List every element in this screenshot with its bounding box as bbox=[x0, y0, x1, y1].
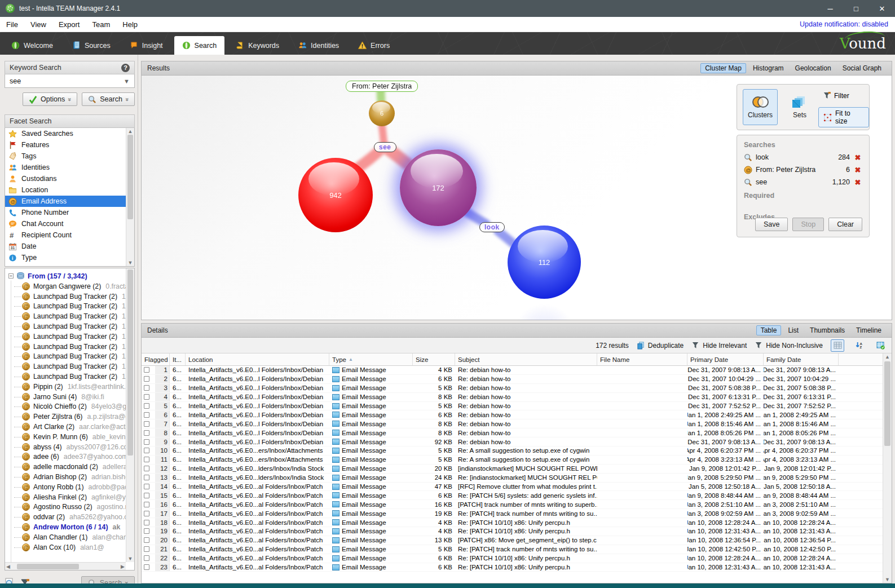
tab-search[interactable]: Search bbox=[174, 36, 225, 55]
table-scrollbar[interactable]: ▲ ▼ bbox=[883, 353, 892, 583]
flag-checkbox[interactable] bbox=[144, 493, 149, 498]
tree-item-launchpad-bug-tracker-2[interactable]: @Launchpad Bug Tracker (2)181 bbox=[8, 372, 126, 382]
tree-item-launchpad-bug-tracker-2[interactable]: @Launchpad Bug Tracker (2)181 bbox=[8, 361, 126, 372]
flag-checkbox[interactable] bbox=[144, 376, 149, 382]
facet-item-recipient-count[interactable]: #Recipient Count bbox=[5, 229, 134, 241]
tree-item-launchpad-bug-tracker-2[interactable]: @Launchpad Bug Tracker (2)181 bbox=[8, 342, 126, 352]
flag-checkbox[interactable] bbox=[144, 520, 149, 525]
facet-item-email-address[interactable]: @Email Address bbox=[5, 196, 134, 207]
cluster-node-see[interactable]: 942 bbox=[298, 158, 373, 232]
table-row[interactable]: 26...Intella_Artifacts_v6.E0...l Folders… bbox=[142, 375, 892, 384]
remove-search-icon[interactable]: ✖ bbox=[853, 178, 862, 187]
flag-checkbox[interactable] bbox=[144, 412, 149, 418]
table-row[interactable]: 236...Intella_Artifacts_v6.E0...al Folde… bbox=[142, 563, 892, 572]
tree-item-launchpad-bug-tracker-2[interactable]: @Launchpad Bug Tracker (2)181 bbox=[8, 331, 126, 342]
details-tab-thumbnails[interactable]: Thumbnails bbox=[805, 325, 849, 335]
maximize-button[interactable]: □ bbox=[843, 0, 869, 17]
tree-item-alan-chandler-1[interactable]: @Alan Chandler (1)alan@chandl bbox=[8, 532, 126, 542]
flag-checkbox[interactable] bbox=[144, 537, 149, 543]
facet-item-saved-searches[interactable]: Saved Searches bbox=[5, 128, 134, 139]
table-row[interactable]: 166...Intella_Artifacts_v6.E0...al Folde… bbox=[142, 500, 892, 509]
column-header-type[interactable]: Type▲ bbox=[329, 353, 413, 365]
table-row[interactable]: 206...Intella_Artifacts_v6.E0...al Folde… bbox=[142, 536, 892, 545]
facet-item-chat-account[interactable]: Chat Account bbox=[5, 218, 134, 229]
minimize-button[interactable]: ─ bbox=[817, 0, 843, 17]
view-button-geolocation[interactable]: Geolocation bbox=[791, 63, 836, 73]
table-row[interactable]: 216...Intella_Artifacts_v6.E0...al Folde… bbox=[142, 545, 892, 554]
table-row[interactable]: 86...Intella_Artifacts_v6.E0...l Folders… bbox=[142, 428, 892, 437]
flag-checkbox[interactable] bbox=[144, 528, 149, 534]
tree-item-alan-cox-10[interactable]: @Alan Cox (10)alan1@ bbox=[8, 542, 126, 552]
menu-item-export[interactable]: Export bbox=[52, 17, 86, 32]
flag-checkbox[interactable] bbox=[144, 421, 149, 427]
cluster-node-look[interactable]: 112 bbox=[508, 226, 581, 299]
tree-item-nicol-chieffo-2[interactable]: @Nicolò Chieffo (2)84yelo3@gm bbox=[8, 402, 126, 412]
table-row[interactable]: 136...Intella_Artifacts_v6.E0...lders/In… bbox=[142, 474, 892, 483]
table-row[interactable]: 76...Intella_Artifacts_v6.E0...l Folders… bbox=[142, 419, 892, 428]
facet-item-type[interactable]: iType bbox=[5, 252, 134, 263]
sets-button[interactable]: Sets bbox=[783, 89, 816, 125]
flag-checkbox[interactable] bbox=[144, 385, 149, 391]
options-button[interactable]: Options » bbox=[23, 92, 77, 106]
tab-keywords[interactable]: Keywords bbox=[228, 36, 287, 55]
tree-root-from[interactable]: − From (157 / 3,342) bbox=[8, 271, 126, 281]
tree-item-adee-6[interactable]: @adee (6)adee37@yahoo.com bbox=[8, 452, 126, 462]
tree-item-launchpad-bug-tracker-2[interactable]: @Launchpad Bug Tracker (2)180 bbox=[8, 311, 126, 321]
tree-item-abyss-4[interactable]: @abyss (4)abyss2007@126.com bbox=[8, 442, 126, 452]
menu-item-team[interactable]: Team bbox=[86, 17, 116, 32]
table-row[interactable]: 186...Intella_Artifacts_v6.E0...al Folde… bbox=[142, 518, 892, 527]
column-header-subject[interactable]: Subject bbox=[455, 353, 597, 365]
facet-item-identities[interactable]: Identities bbox=[5, 162, 134, 173]
details-tab-list[interactable]: List bbox=[783, 325, 803, 335]
table-row[interactable]: 96...Intella_Artifacts_v6.E0...l Folders… bbox=[142, 437, 892, 446]
column-header-primary-date[interactable]: Primary Date bbox=[687, 353, 764, 365]
remove-search-icon[interactable]: ✖ bbox=[853, 153, 862, 162]
flag-checkbox[interactable] bbox=[144, 475, 149, 480]
tree-item-launchpad-bug-tracker-2[interactable]: @Launchpad Bug Tracker (2)181 bbox=[8, 352, 126, 362]
view-button-cluster-map[interactable]: Cluster Map bbox=[700, 63, 746, 73]
table-row[interactable]: 156...Intella_Artifacts_v6.E0...al Folde… bbox=[142, 491, 892, 500]
menu-item-help[interactable]: Help bbox=[116, 17, 144, 32]
table-row[interactable]: 56...Intella_Artifacts_v6.E0...l Folders… bbox=[142, 402, 892, 411]
column-header-size[interactable]: Size bbox=[413, 353, 455, 365]
tree-item-kevin-p-munn-6[interactable]: @Kevin P. Munn (6)able_kevin@ bbox=[8, 432, 126, 442]
facet-scrollbar[interactable]: ▲▼ bbox=[126, 128, 134, 266]
remove-search-icon[interactable]: ✖ bbox=[853, 166, 862, 174]
flag-checkbox[interactable] bbox=[144, 448, 149, 453]
help-icon[interactable]: ? bbox=[121, 64, 130, 72]
filter-control[interactable]: Filter bbox=[823, 91, 849, 100]
table-row[interactable]: 126...Intella_Artifacts_v6.E0...lders/In… bbox=[142, 465, 892, 474]
hide-irrelevant-button[interactable]: Hide Irrelevant bbox=[691, 341, 747, 350]
collapse-icon[interactable]: − bbox=[8, 273, 14, 278]
table-row[interactable]: 226...Intella_Artifacts_v6.E0...al Folde… bbox=[142, 554, 892, 563]
flag-checkbox[interactable] bbox=[144, 484, 149, 489]
flag-checkbox[interactable] bbox=[144, 555, 149, 561]
grid-view-button[interactable] bbox=[831, 339, 844, 352]
export-table-button[interactable] bbox=[874, 339, 887, 352]
tree-item-launchpad-bug-tracker-2[interactable]: @Launchpad Bug Tracker (2)150 bbox=[8, 291, 126, 302]
table-row[interactable]: 16...Intella_Artifacts_v6.E0...l Folders… bbox=[142, 366, 892, 375]
facet-item-date[interactable]: 31Date bbox=[5, 241, 134, 252]
tree-item-antony-robb-1[interactable]: @Antony Robb (1)adrobb@pacif bbox=[8, 482, 126, 492]
deduplicate-button[interactable]: Deduplicate bbox=[637, 341, 684, 350]
tree-item-jarno-suni-4[interactable]: @Jarno Suni (4)8@iki.fi bbox=[8, 392, 126, 402]
table-row[interactable]: 146...Intella_Artifacts_v6.E0...al Folde… bbox=[142, 483, 892, 492]
tab-identities[interactable]: Identities bbox=[290, 36, 347, 55]
update-notification-link[interactable]: Update notification: disabled bbox=[800, 20, 888, 28]
cluster-node-from-peter-zijlstra[interactable]: 6 bbox=[369, 100, 395, 126]
stop-button[interactable]: Stop bbox=[792, 218, 824, 231]
tree-item-adrian-bishop-2[interactable]: @Adrian Bishop (2)adrian.bishop bbox=[8, 472, 126, 482]
flag-checkbox[interactable] bbox=[144, 457, 149, 462]
chevron-down-icon[interactable]: ▼ bbox=[124, 78, 130, 85]
details-tab-table[interactable]: Table bbox=[756, 325, 782, 335]
clusters-button[interactable]: Clusters bbox=[743, 89, 778, 125]
tree-item-andrew-morton-6-14[interactable]: @Andrew Morton (6 / 14)ak bbox=[8, 522, 126, 532]
flag-checkbox[interactable] bbox=[144, 564, 149, 570]
flag-checkbox[interactable] bbox=[144, 394, 149, 400]
table-row[interactable]: 116...Intella_Artifacts_v6.E0...ers/Inbo… bbox=[142, 456, 892, 465]
details-tab-timeline[interactable]: Timeline bbox=[852, 325, 886, 335]
view-button-histogram[interactable]: Histogram bbox=[748, 63, 788, 73]
cluster-node-intersection[interactable]: 172 bbox=[400, 149, 477, 226]
tree-item-morgan-gangwere-2[interactable]: @Morgan Gangwere (2)0.fractal bbox=[8, 281, 126, 291]
view-button-social-graph[interactable]: Social Graph bbox=[838, 63, 886, 73]
